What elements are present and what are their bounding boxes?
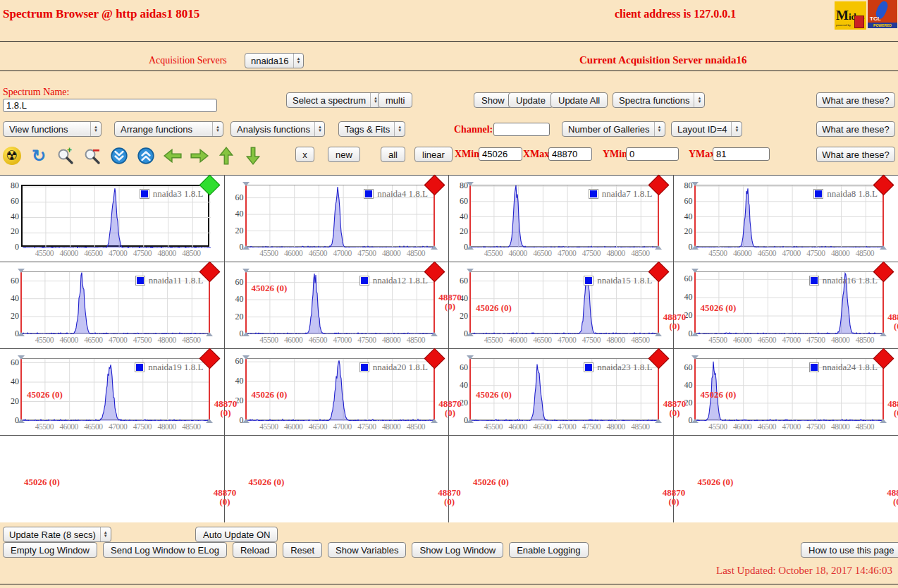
cursor-handle-icon[interactable]: [242, 245, 250, 250]
cursor-handle-icon[interactable]: [655, 419, 662, 423]
cursor-marker-line[interactable]: [245, 269, 247, 336]
cursor-handle-icon[interactable]: [431, 245, 438, 250]
cursor-handle-icon[interactable]: [242, 182, 250, 186]
empty-log-window-button[interactable]: Empty Log Window: [3, 542, 97, 558]
cursor-handle-icon[interactable]: [655, 245, 662, 250]
show-button[interactable]: Show: [474, 92, 512, 108]
cursor-handle-icon[interactable]: [18, 332, 25, 336]
cursor-handle-icon[interactable]: [467, 355, 474, 360]
spectrum-panel-nnaida7[interactable]: 0204060804550046000465004700047500480004…: [449, 176, 674, 262]
arrange-functions-dropdown[interactable]: Arrange functions ▲▼: [114, 121, 223, 137]
cursor-marker-line[interactable]: [469, 356, 471, 422]
acquisition-server-select[interactable]: nnaida16 ▲▼: [245, 53, 304, 68]
show-variables-button[interactable]: Show Variables: [328, 542, 406, 558]
cursor-handle-icon[interactable]: [691, 269, 699, 273]
how-to-use-button[interactable]: How to use this page: [801, 542, 898, 558]
reload-button[interactable]: Reload: [233, 542, 277, 558]
show-log-window-button[interactable]: Show Log Window: [412, 542, 503, 558]
cursor-handle-icon[interactable]: [691, 355, 699, 360]
cursor-handle-icon[interactable]: [206, 332, 213, 336]
number-of-galleries-dropdown[interactable]: Number of Galleries ▲▼: [562, 121, 665, 137]
new-button[interactable]: new: [328, 147, 360, 162]
x-button[interactable]: x: [295, 147, 314, 162]
cursor-handle-icon[interactable]: [691, 245, 699, 250]
update-button[interactable]: Update: [508, 92, 553, 108]
ymax-input[interactable]: [713, 147, 770, 161]
cursor-handle-icon[interactable]: [18, 419, 25, 423]
cursor-handle-icon[interactable]: [467, 245, 474, 250]
spectra-functions-dropdown[interactable]: Spectra functions ▲▼: [613, 92, 705, 108]
cursor-handle-icon[interactable]: [691, 419, 699, 423]
layout-id-dropdown[interactable]: Layout ID=4 ▲▼: [671, 121, 742, 137]
spectrum-panel-nnaida3[interactable]: 0204060804550046000465004700047500480004…: [0, 176, 225, 262]
pan-left-icon[interactable]: [162, 146, 183, 166]
linear-button[interactable]: linear: [414, 147, 453, 162]
spectrum-name-input[interactable]: [3, 99, 217, 112]
cursor-handle-icon[interactable]: [242, 355, 250, 360]
cursor-marker-line[interactable]: [20, 356, 22, 422]
cursor-marker-line[interactable]: [20, 269, 22, 336]
cursor-handle-icon[interactable]: [467, 419, 474, 423]
pan-right-icon[interactable]: [189, 146, 210, 166]
auto-update-button[interactable]: Auto Update ON: [195, 527, 278, 542]
cursor-handle-icon[interactable]: [242, 419, 250, 423]
cursor-handle-icon[interactable]: [431, 332, 438, 336]
cursor-handle-icon[interactable]: [655, 332, 662, 336]
xmax-input[interactable]: [548, 147, 592, 161]
spectrum-panel-nnaida4[interactable]: 0204060455004600046500470004750048000485…: [225, 176, 450, 262]
cursor-handle-icon[interactable]: [431, 419, 438, 423]
pan-up-icon[interactable]: [216, 146, 237, 166]
reset-button[interactable]: Reset: [283, 542, 322, 558]
cursor-handle-icon[interactable]: [691, 332, 699, 336]
zoom-in-icon[interactable]: +: [55, 146, 76, 166]
cursor-marker-line[interactable]: [245, 356, 247, 422]
cursor-handle-icon[interactable]: [880, 245, 887, 250]
spectrum-panel-nnaida15[interactable]: 0204060455004600046500470004750048000485…: [449, 262, 674, 349]
send-log-to-elog-button[interactable]: Send Log Window to ELog: [103, 542, 227, 558]
shift-up-icon[interactable]: [135, 146, 156, 166]
channel-input[interactable]: [493, 123, 550, 136]
zoom-out-icon[interactable]: [82, 146, 103, 166]
view-functions-dropdown[interactable]: View functions ▲▼: [3, 121, 102, 137]
multi-button[interactable]: multi: [378, 92, 412, 108]
refresh-icon[interactable]: ↻: [28, 146, 49, 166]
cursor-handle-icon[interactable]: [242, 269, 250, 273]
cursor-marker-line[interactable]: [469, 269, 471, 336]
cursor-marker-line[interactable]: [694, 356, 696, 422]
cursor-handle-icon[interactable]: [467, 332, 474, 336]
pan-down-icon[interactable]: [242, 146, 264, 166]
cursor-handle-icon[interactable]: [691, 182, 699, 186]
spectrum-panel-nnaida16[interactable]: 0204060455004600046500470004750048000485…: [674, 262, 898, 349]
enable-logging-button[interactable]: Enable Logging: [509, 542, 588, 558]
cursor-marker-line[interactable]: [469, 183, 471, 249]
cursor-marker-line[interactable]: [694, 269, 696, 336]
spectrum-panel-nnaida8[interactable]: 0204060804550046000465004700047500480004…: [674, 176, 898, 262]
update-all-button[interactable]: Update All: [551, 92, 608, 108]
cursor-handle-icon[interactable]: [880, 332, 887, 336]
what-are-these-button-1[interactable]: What are these?: [816, 92, 895, 108]
select-spectrum-dropdown[interactable]: Select a spectrum ▲▼: [286, 92, 381, 108]
analysis-functions-dropdown[interactable]: Analysis functions ▲▼: [230, 121, 325, 137]
cursor-marker-line[interactable]: [245, 183, 247, 249]
spectrum-panel-nnaida19[interactable]: 0204060455004600046500470004750048000485…: [0, 349, 225, 436]
all-button[interactable]: all: [381, 147, 405, 162]
spectrum-panel-nnaida20[interactable]: 0204060455004600046500470004750048000485…: [225, 349, 450, 436]
cursor-handle-icon[interactable]: [467, 182, 474, 186]
radiation-icon[interactable]: ☢: [1, 146, 23, 166]
spectrum-panel-nnaida12[interactable]: 0204060455004600046500470004750048000485…: [225, 262, 450, 349]
cursor-marker-line[interactable]: [694, 183, 696, 249]
ymin-input[interactable]: [626, 147, 679, 161]
cursor-handle-icon[interactable]: [880, 419, 887, 423]
tags-fits-dropdown[interactable]: Tags & Fits ▲▼: [338, 121, 405, 137]
cursor-handle-icon[interactable]: [467, 269, 474, 273]
spectrum-panel-nnaida11[interactable]: 0204060455004600046500470004750048000485…: [0, 262, 225, 349]
xmin-input[interactable]: [479, 147, 522, 161]
cursor-handle-icon[interactable]: [206, 419, 213, 423]
what-are-these-button-3[interactable]: What are these?: [816, 147, 895, 162]
cursor-handle-icon[interactable]: [18, 269, 25, 273]
update-rate-dropdown[interactable]: Update Rate (8 secs) ▲▼: [3, 527, 111, 542]
what-are-these-button-2[interactable]: What are these?: [816, 121, 895, 137]
cursor-handle-icon[interactable]: [18, 355, 25, 360]
shift-down-icon[interactable]: [109, 146, 130, 166]
spectrum-panel-nnaida24[interactable]: 0204060455004600046500470004750048000485…: [674, 349, 898, 436]
